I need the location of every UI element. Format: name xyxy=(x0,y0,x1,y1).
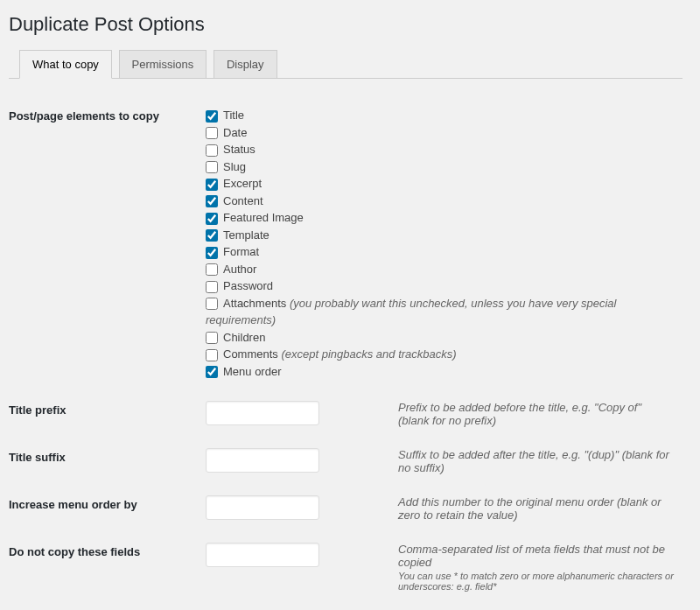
settings-tabs: What to copy Permissions Display xyxy=(9,49,682,79)
tab-display[interactable]: Display xyxy=(214,50,277,78)
element-checkbox[interactable] xyxy=(206,161,218,173)
title-suffix-desc: Suffix to be added after the title, e.g.… xyxy=(398,448,674,474)
element-label: Slug xyxy=(223,160,246,173)
element-checkbox[interactable] xyxy=(206,281,218,293)
title-suffix-input[interactable] xyxy=(206,448,319,473)
title-prefix-input[interactable] xyxy=(206,401,319,425)
element-label: Content xyxy=(223,194,263,207)
menu-order-input[interactable] xyxy=(206,495,319,520)
element-item[interactable]: Template xyxy=(206,227,674,244)
element-item[interactable]: Excerpt xyxy=(206,175,674,193)
element-hint: (except pingbacks and trackbacks) xyxy=(278,347,457,361)
element-label: Template xyxy=(223,228,270,242)
element-item[interactable]: Format xyxy=(206,243,674,261)
element-item[interactable]: Comments (except pingbacks and trackback… xyxy=(206,346,674,363)
no-copy-fields-input[interactable] xyxy=(206,543,319,567)
element-checkbox[interactable] xyxy=(206,179,218,191)
no-copy-fields-desc2: You can use * to match zero or more alph… xyxy=(398,571,674,592)
no-copy-fields-label: Do not copy these fields xyxy=(9,532,197,602)
menu-order-label: Increase menu order by xyxy=(9,485,197,532)
element-item[interactable]: Menu order xyxy=(206,363,674,381)
element-item[interactable]: Title xyxy=(206,107,674,124)
element-checkbox[interactable] xyxy=(206,229,218,242)
page-title: Duplicate Post Options xyxy=(9,13,682,36)
element-label: Status xyxy=(223,143,256,156)
element-label: Excerpt xyxy=(223,177,262,190)
element-checkbox[interactable] xyxy=(206,247,218,259)
title-prefix-label: Title prefix xyxy=(9,390,197,438)
elements-section-label: Post/page elements to copy xyxy=(9,96,197,390)
tab-permissions[interactable]: Permissions xyxy=(119,50,207,78)
element-checkbox[interactable] xyxy=(206,110,218,123)
element-label: Format xyxy=(223,245,259,258)
element-item[interactable]: Children xyxy=(206,329,674,347)
elements-checkbox-list: TitleDateStatusSlugExcerptContentFeature… xyxy=(206,107,674,380)
title-prefix-desc: Prefix to be added before the title, e.g… xyxy=(398,401,674,427)
element-item[interactable]: Content xyxy=(206,193,674,210)
element-item[interactable]: Date xyxy=(206,124,674,142)
element-checkbox[interactable] xyxy=(206,349,218,361)
element-item[interactable]: Slug xyxy=(206,158,674,176)
element-label: Menu order xyxy=(223,365,281,378)
element-item[interactable]: Featured Image xyxy=(206,209,674,227)
element-label: Attachments xyxy=(223,297,286,310)
element-label: Date xyxy=(223,126,247,139)
element-label: Password xyxy=(223,279,273,292)
element-item[interactable]: Author xyxy=(206,261,674,278)
element-checkbox[interactable] xyxy=(206,127,218,139)
tab-what-to-copy[interactable]: What to copy xyxy=(19,50,112,79)
element-label: Title xyxy=(223,109,244,122)
element-item[interactable]: Attachments (you probably want this unch… xyxy=(206,295,674,329)
element-checkbox[interactable] xyxy=(206,366,218,378)
element-checkbox[interactable] xyxy=(206,298,218,310)
no-copy-fields-desc: Comma-separated list of meta fields that… xyxy=(398,543,665,569)
menu-order-desc: Add this number to the original menu ord… xyxy=(398,495,674,522)
element-label: Children xyxy=(223,331,265,344)
element-label: Featured Image xyxy=(223,211,304,224)
title-suffix-label: Title suffix xyxy=(9,438,197,485)
element-item[interactable]: Password xyxy=(206,277,674,295)
element-checkbox[interactable] xyxy=(206,195,218,207)
element-checkbox[interactable] xyxy=(206,332,218,344)
element-checkbox[interactable] xyxy=(206,213,218,225)
element-checkbox[interactable] xyxy=(206,263,218,276)
element-item[interactable]: Status xyxy=(206,141,674,158)
element-checkbox[interactable] xyxy=(206,144,218,157)
element-label: Comments xyxy=(223,347,278,361)
element-label: Author xyxy=(223,263,256,276)
